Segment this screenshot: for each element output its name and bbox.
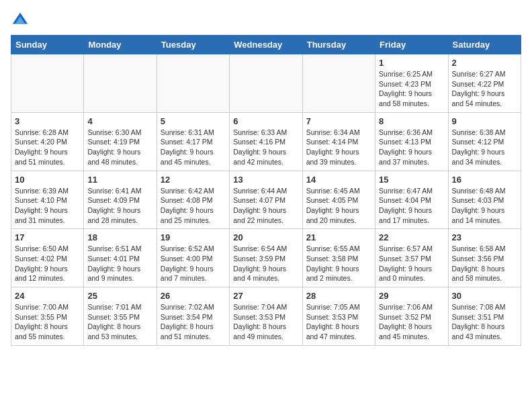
day-number: 30 [452, 291, 517, 301]
day-info: Sunrise: 6:34 AM Sunset: 4:14 PM Dayligh… [306, 128, 371, 167]
week-row-2: 10Sunrise: 6:39 AM Sunset: 4:10 PM Dayli… [11, 171, 521, 229]
day-number: 29 [379, 291, 444, 301]
day-info: Sunrise: 6:33 AM Sunset: 4:16 PM Dayligh… [233, 128, 298, 167]
day-cell [302, 54, 375, 113]
day-cell: 2Sunrise: 6:27 AM Sunset: 4:22 PM Daylig… [448, 54, 521, 113]
day-info: Sunrise: 6:52 AM Sunset: 4:00 PM Dayligh… [161, 244, 226, 283]
day-cell: 8Sunrise: 6:36 AM Sunset: 4:13 PM Daylig… [375, 112, 448, 171]
day-info: Sunrise: 6:27 AM Sunset: 4:22 PM Dayligh… [452, 69, 517, 109]
day-cell: 3Sunrise: 6:28 AM Sunset: 4:20 PM Daylig… [11, 112, 84, 171]
day-cell [11, 54, 84, 113]
day-cell [84, 54, 157, 113]
day-number: 14 [306, 175, 371, 185]
day-info: Sunrise: 6:50 AM Sunset: 4:02 PM Dayligh… [15, 244, 80, 283]
day-info: Sunrise: 6:28 AM Sunset: 4:20 PM Dayligh… [15, 128, 80, 167]
week-row-4: 24Sunrise: 7:00 AM Sunset: 3:55 PM Dayli… [11, 287, 521, 346]
day-number: 24 [15, 291, 80, 301]
day-number: 4 [87, 116, 152, 126]
day-number: 23 [452, 232, 517, 242]
day-number: 6 [233, 116, 298, 126]
col-header-sunday: Sunday [11, 36, 84, 54]
day-info: Sunrise: 7:01 AM Sunset: 3:55 PM Dayligh… [87, 302, 152, 342]
day-cell: 28Sunrise: 7:05 AM Sunset: 3:53 PM Dayli… [302, 287, 375, 346]
day-info: Sunrise: 6:30 AM Sunset: 4:19 PM Dayligh… [87, 128, 152, 167]
day-number: 27 [233, 291, 298, 301]
day-info: Sunrise: 7:06 AM Sunset: 3:52 PM Dayligh… [379, 302, 444, 342]
col-header-thursday: Thursday [302, 36, 375, 54]
day-info: Sunrise: 6:48 AM Sunset: 4:03 PM Dayligh… [452, 186, 517, 226]
day-cell: 30Sunrise: 7:08 AM Sunset: 3:51 PM Dayli… [448, 287, 521, 346]
day-number: 10 [15, 175, 80, 185]
col-header-saturday: Saturday [448, 36, 521, 54]
day-cell: 23Sunrise: 6:58 AM Sunset: 3:56 PM Dayli… [448, 229, 521, 287]
day-cell: 20Sunrise: 6:54 AM Sunset: 3:59 PM Dayli… [230, 229, 302, 287]
day-info: Sunrise: 6:57 AM Sunset: 3:57 PM Dayligh… [379, 244, 444, 283]
day-cell: 22Sunrise: 6:57 AM Sunset: 3:57 PM Dayli… [375, 229, 448, 287]
day-number: 1 [379, 58, 444, 68]
day-number: 3 [15, 116, 80, 126]
day-number: 8 [379, 116, 444, 126]
day-info: Sunrise: 6:41 AM Sunset: 4:09 PM Dayligh… [87, 186, 152, 226]
week-row-1: 3Sunrise: 6:28 AM Sunset: 4:20 PM Daylig… [11, 112, 521, 171]
day-info: Sunrise: 7:04 AM Sunset: 3:53 PM Dayligh… [233, 302, 298, 342]
day-cell: 9Sunrise: 6:38 AM Sunset: 4:12 PM Daylig… [448, 112, 521, 171]
day-info: Sunrise: 7:00 AM Sunset: 3:55 PM Dayligh… [15, 302, 80, 342]
day-cell [157, 54, 229, 113]
day-cell: 13Sunrise: 6:44 AM Sunset: 4:07 PM Dayli… [230, 171, 302, 229]
week-row-0: 1Sunrise: 6:25 AM Sunset: 4:23 PM Daylig… [11, 54, 521, 113]
page-header [11, 11, 521, 30]
day-cell: 15Sunrise: 6:47 AM Sunset: 4:04 PM Dayli… [375, 171, 448, 229]
day-number: 17 [15, 232, 80, 242]
day-number: 7 [306, 116, 371, 126]
logo-icon [11, 11, 30, 30]
day-cell: 7Sunrise: 6:34 AM Sunset: 4:14 PM Daylig… [302, 112, 375, 171]
day-cell: 10Sunrise: 6:39 AM Sunset: 4:10 PM Dayli… [11, 171, 84, 229]
day-number: 2 [452, 58, 517, 68]
col-header-wednesday: Wednesday [230, 36, 302, 54]
day-cell: 12Sunrise: 6:42 AM Sunset: 4:08 PM Dayli… [157, 171, 229, 229]
day-info: Sunrise: 6:45 AM Sunset: 4:05 PM Dayligh… [306, 186, 371, 226]
day-cell: 26Sunrise: 7:02 AM Sunset: 3:54 PM Dayli… [157, 287, 229, 346]
day-cell: 25Sunrise: 7:01 AM Sunset: 3:55 PM Dayli… [84, 287, 157, 346]
day-cell: 1Sunrise: 6:25 AM Sunset: 4:23 PM Daylig… [375, 54, 448, 113]
day-info: Sunrise: 7:02 AM Sunset: 3:54 PM Dayligh… [161, 302, 226, 342]
day-info: Sunrise: 6:42 AM Sunset: 4:08 PM Dayligh… [161, 186, 226, 226]
calendar-table: SundayMondayTuesdayWednesdayThursdayFrid… [11, 35, 521, 346]
day-cell: 5Sunrise: 6:31 AM Sunset: 4:17 PM Daylig… [157, 112, 229, 171]
day-number: 26 [161, 291, 226, 301]
day-number: 18 [87, 232, 152, 242]
day-cell: 19Sunrise: 6:52 AM Sunset: 4:00 PM Dayli… [157, 229, 229, 287]
day-cell [230, 54, 302, 113]
day-number: 22 [379, 232, 444, 242]
day-number: 9 [452, 116, 517, 126]
day-cell: 4Sunrise: 6:30 AM Sunset: 4:19 PM Daylig… [84, 112, 157, 171]
day-info: Sunrise: 6:36 AM Sunset: 4:13 PM Dayligh… [379, 128, 444, 167]
day-number: 28 [306, 291, 371, 301]
day-number: 11 [87, 175, 152, 185]
day-cell: 18Sunrise: 6:51 AM Sunset: 4:01 PM Dayli… [84, 229, 157, 287]
col-header-tuesday: Tuesday [157, 36, 229, 54]
day-info: Sunrise: 6:38 AM Sunset: 4:12 PM Dayligh… [452, 128, 517, 167]
day-number: 15 [379, 175, 444, 185]
day-info: Sunrise: 6:51 AM Sunset: 4:01 PM Dayligh… [87, 244, 152, 283]
day-cell: 11Sunrise: 6:41 AM Sunset: 4:09 PM Dayli… [84, 171, 157, 229]
day-info: Sunrise: 7:05 AM Sunset: 3:53 PM Dayligh… [306, 302, 371, 342]
day-cell: 21Sunrise: 6:55 AM Sunset: 3:58 PM Dayli… [302, 229, 375, 287]
day-info: Sunrise: 6:47 AM Sunset: 4:04 PM Dayligh… [379, 186, 444, 226]
day-number: 21 [306, 232, 371, 242]
day-info: Sunrise: 6:31 AM Sunset: 4:17 PM Dayligh… [161, 128, 226, 167]
day-cell: 17Sunrise: 6:50 AM Sunset: 4:02 PM Dayli… [11, 229, 84, 287]
day-number: 5 [161, 116, 226, 126]
day-cell: 16Sunrise: 6:48 AM Sunset: 4:03 PM Dayli… [448, 171, 521, 229]
day-info: Sunrise: 6:25 AM Sunset: 4:23 PM Dayligh… [379, 69, 444, 109]
day-info: Sunrise: 6:54 AM Sunset: 3:59 PM Dayligh… [233, 244, 298, 283]
day-cell: 14Sunrise: 6:45 AM Sunset: 4:05 PM Dayli… [302, 171, 375, 229]
day-number: 12 [161, 175, 226, 185]
day-info: Sunrise: 7:08 AM Sunset: 3:51 PM Dayligh… [452, 302, 517, 342]
day-info: Sunrise: 6:55 AM Sunset: 3:58 PM Dayligh… [306, 244, 371, 283]
day-number: 13 [233, 175, 298, 185]
day-number: 20 [233, 232, 298, 242]
day-number: 19 [161, 232, 226, 242]
day-cell: 24Sunrise: 7:00 AM Sunset: 3:55 PM Dayli… [11, 287, 84, 346]
day-cell: 29Sunrise: 7:06 AM Sunset: 3:52 PM Dayli… [375, 287, 448, 346]
